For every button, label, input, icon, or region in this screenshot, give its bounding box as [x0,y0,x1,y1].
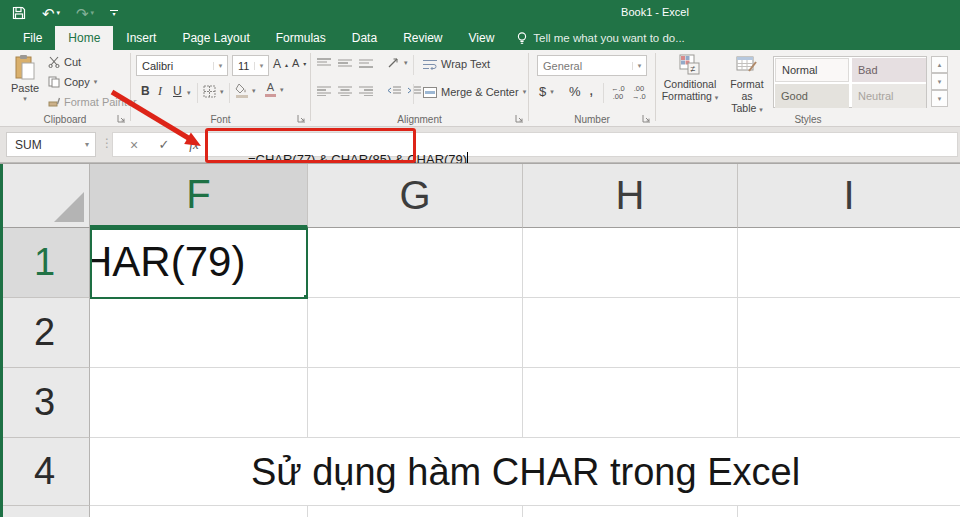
merge-center-button[interactable]: Merge & Center ▾ [423,86,526,98]
tab-view[interactable]: View [456,26,508,50]
svg-text:≠: ≠ [691,64,696,74]
style-neutral[interactable]: Neutral [852,84,926,108]
copy-icon [48,76,60,88]
increase-indent-icon [407,86,421,96]
paste-label: Paste [11,82,39,94]
tab-insert[interactable]: Insert [113,26,169,50]
align-left-icon [317,86,331,96]
conditional-formatting-caret-icon: ▾ [715,94,719,101]
name-box-value: SUM [7,138,79,152]
font-size-caret-icon: ▾ [254,62,268,70]
tab-page-layout[interactable]: Page Layout [169,26,262,50]
cell-row4-title[interactable]: Sử dụng hàm CHAR trong Excel [91,439,960,505]
row-header-5-partial[interactable] [0,506,90,517]
cut-button[interactable]: Cut [48,56,81,68]
style-good[interactable]: Good [775,84,849,108]
style-bad[interactable]: Bad [852,58,926,82]
tell-me-box[interactable]: Tell me what you want to do... [507,26,695,50]
format-as-table-icon [724,54,770,76]
number-group-label: Number [529,114,655,125]
column-header-I[interactable]: I [738,164,960,228]
column-header-G[interactable]: G [308,164,523,228]
fill-color-icon [235,83,248,98]
font-dialog-launcher[interactable] [297,114,307,124]
active-cell-F1[interactable]: HAR(79) [90,228,308,299]
row-header-3[interactable]: 3 [0,368,90,438]
vertical-align-buttons[interactable] [317,58,373,68]
orientation-button[interactable]: ▾ [387,56,408,69]
increase-font-button[interactable]: A▴ [273,57,288,71]
paste-button[interactable]: Paste ▾ [8,54,42,116]
window-left-edge [0,164,3,517]
fill-color-button[interactable]: ▾ [235,83,256,98]
font-color-button[interactable]: A ▾ [265,82,284,97]
horizontal-align-buttons[interactable] [317,86,373,96]
comma-button[interactable]: , [589,81,593,99]
align-top-icon [317,58,331,68]
save-button[interactable] [12,3,26,23]
percent-button[interactable]: % [569,84,581,99]
decrease-decimal-button[interactable]: .00 →.0 [632,85,646,101]
format-painter-icon [48,96,60,108]
group-styles: ≠ Conditional Formatting ▾ Format as Tab… [656,50,960,126]
row-header-4[interactable]: 4 [0,438,90,506]
gridline [737,228,738,438]
copy-label: Copy [64,76,90,88]
format-as-table-button[interactable]: Format as Table ▾ [724,54,770,116]
tab-data[interactable]: Data [339,26,390,50]
wrap-text-icon [423,59,437,70]
conditional-formatting-button[interactable]: ≠ Conditional Formatting ▾ [660,54,720,104]
style-normal[interactable]: Normal [775,58,849,82]
wrap-text-button[interactable]: Wrap Text [423,58,490,70]
number-dialog-launcher[interactable] [642,114,652,124]
font-size-combo[interactable]: 11 ▾ [232,55,269,76]
select-all-corner[interactable] [0,164,90,228]
customize-qat-button[interactable]: ▾ [110,3,118,23]
tab-home[interactable]: Home [55,26,113,50]
row-header-2[interactable]: 2 [0,298,90,368]
save-icon [12,6,26,20]
align-middle-icon [338,58,352,68]
undo-icon: ↶ [42,6,55,21]
decrease-font-button[interactable]: A▾ [292,57,306,69]
select-all-triangle-icon [54,192,84,222]
column-header-H[interactable]: H [523,164,738,228]
styles-gallery-up-button[interactable]: ▴ [931,56,948,73]
name-box-caret-icon: ▾ [79,140,95,149]
redo-button[interactable]: ↷ ▾ [76,3,94,23]
lightbulb-icon [517,32,527,45]
number-format-combo[interactable]: General ▾ [537,55,647,76]
tab-formulas[interactable]: Formulas [263,26,339,50]
font-size-value: 11 [233,60,254,72]
copy-button[interactable]: Copy ▾ [48,76,97,88]
font-name-combo[interactable]: Calibri ▾ [136,55,228,76]
format-as-table-label-1: Format as [724,78,770,102]
column-header-F[interactable]: F [90,164,308,228]
fill-handle[interactable] [303,294,308,299]
redo-caret-icon: ▾ [91,9,95,17]
alignment-dialog-launcher[interactable] [515,114,525,124]
merge-center-caret-icon: ▾ [523,88,527,96]
name-box[interactable]: SUM ▾ [6,132,96,157]
styles-gallery-down-button[interactable]: ▾ [931,73,948,90]
styles-gallery-more-button[interactable]: ▾ [931,90,948,107]
increase-decimal-button[interactable]: ←.0 .00 [611,85,625,101]
decrease-indent-icon [387,86,401,96]
tab-file[interactable]: File [10,26,55,50]
merge-center-icon [423,87,437,98]
tab-review[interactable]: Review [390,26,455,50]
alignment-group-label: Alignment [311,114,528,125]
tell-me-label: Tell me what you want to do... [533,32,685,44]
currency-button[interactable]: $ ▾ [539,84,554,99]
indent-buttons[interactable] [387,86,421,96]
orientation-caret-icon: ▾ [404,59,408,67]
row-header-1[interactable]: 1 [0,228,90,298]
undo-button[interactable]: ↶ ▾ [42,3,60,23]
conditional-formatting-icon: ≠ [660,54,720,76]
format-as-table-caret-icon: ▾ [759,106,763,113]
styles-group-label: Styles [656,114,960,125]
conditional-formatting-label-1: Conditional [660,78,720,90]
gridline [90,367,960,368]
borders-caret-icon: ▾ [220,88,224,96]
cell-styles-gallery: Normal Bad Good Neutral [773,56,927,108]
